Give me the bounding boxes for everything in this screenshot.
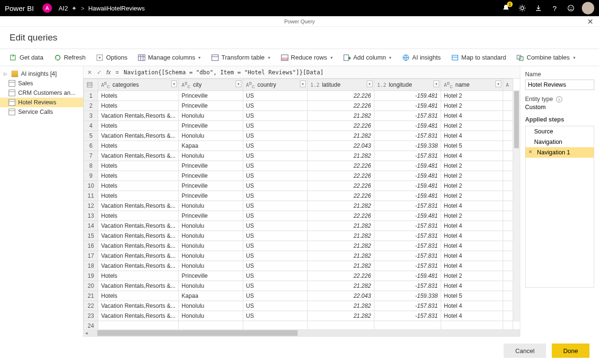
row-number[interactable]: 22 [84,301,98,311]
get-data-button[interactable]: Get data [7,52,46,63]
table-row[interactable]: 23Vacation Rentals,Resorts &...HonoluluU… [84,311,513,321]
cell-longitude[interactable]: -157.831 [374,261,441,271]
table-row[interactable]: 5Vacation Rentals,Resorts &...HonoluluUS… [84,131,513,141]
table-corner[interactable] [84,79,98,91]
cell-name[interactable]: Hotel 4 [441,201,503,211]
cell-latitude[interactable]: 22.226 [307,271,374,281]
cell-latitude[interactable]: 22.226 [307,91,374,101]
cell-country[interactable]: US [243,251,307,261]
table-row[interactable]: 24 [84,321,513,329]
cell-longitude[interactable]: -159.338 [374,141,441,151]
cell-longitude[interactable]: -159.338 [374,291,441,301]
cell-latitude[interactable]: 21.282 [307,261,374,271]
cell-longitude[interactable]: -159.481 [374,101,441,111]
cell-longitude[interactable]: -159.481 [374,271,441,281]
row-number[interactable]: 17 [84,251,98,261]
cell-latitude[interactable]: 22.226 [307,191,374,201]
vertical-scrollbar[interactable] [513,90,520,322]
table-row[interactable]: 12Vacation Rentals,Resorts &...HonoluluU… [84,201,513,211]
cell-name[interactable]: Hotel 4 [441,111,503,121]
cell-longitude[interactable]: -159.481 [374,161,441,171]
row-number[interactable]: 11 [84,191,98,201]
cell-name[interactable]: Hotel 5 [441,291,503,301]
help-icon[interactable]: ? [547,0,563,16]
cell-name[interactable]: Hotel 4 [441,301,503,311]
table-row[interactable]: 15Vacation Rentals,Resorts &...HonoluluU… [84,231,513,241]
horizontal-scrollbar[interactable]: ◂ [83,329,520,337]
row-number[interactable]: 23 [84,311,98,321]
column-filter-icon[interactable]: ▾ [236,81,241,87]
info-icon[interactable]: i [556,96,562,102]
cell-city[interactable]: Princeville [178,211,243,221]
cell-country[interactable]: US [243,101,307,111]
cell-longitude[interactable]: -157.831 [374,151,441,161]
cell-categories[interactable]: Vacation Rentals,Resorts &... [98,201,179,211]
cell-name[interactable]: Hotel 4 [441,221,503,231]
cell-categories[interactable]: Vacation Rentals,Resorts &... [98,251,179,261]
table-row[interactable]: 14Vacation Rentals,Resorts &...HonoluluU… [84,221,513,231]
table-row[interactable]: 16Vacation Rentals,Resorts &...HonoluluU… [84,241,513,251]
cell-city[interactable]: Honolulu [178,311,243,321]
row-number[interactable]: 15 [84,231,98,241]
cell-country[interactable]: US [243,171,307,181]
row-number[interactable]: 3 [84,111,98,121]
table-row[interactable]: 21HotelsKapaaUS22.043-159.338Hotel 5 [84,291,513,301]
cell-extra[interactable] [503,261,513,271]
cell-city[interactable]: Honolulu [178,281,243,291]
reduce-rows-button[interactable]: Reduce rows ▾ [278,52,336,63]
table-row[interactable]: 4HotelsPrincevilleUS22.226-159.481Hotel … [84,121,513,131]
cell-latitude[interactable]: 21.282 [307,231,374,241]
cell-name[interactable]: Hotel 2 [441,271,503,281]
column-filter-icon[interactable]: ▾ [496,81,501,87]
cell-country[interactable]: US [243,141,307,151]
cell-city[interactable]: Honolulu [178,201,243,211]
cell-country[interactable]: US [243,181,307,191]
cell-longitude[interactable]: -157.831 [374,221,441,231]
column-header-categories[interactable]: ABC categories▾ [98,79,179,91]
table-row[interactable]: 3Vacation Rentals,Resorts &...HonoluluUS… [84,111,513,121]
cell-extra[interactable] [503,211,513,221]
close-icon[interactable]: ✕ [587,17,593,26]
cell-country[interactable]: US [243,221,307,231]
row-number[interactable]: 9 [84,171,98,181]
cell-categories[interactable]: Vacation Rentals,Resorts &... [98,231,179,241]
cell-longitude[interactable]: -157.831 [374,241,441,251]
cell-name[interactable]: Hotel 2 [441,191,503,201]
cell-longitude[interactable] [374,321,441,329]
cell-latitude[interactable]: 21.282 [307,201,374,211]
cell-categories[interactable]: Hotels [98,101,179,111]
cell-latitude[interactable]: 22.043 [307,291,374,301]
column-header-latitude[interactable]: 1.2 latitude▾ [307,79,374,91]
row-number[interactable]: 13 [84,211,98,221]
cell-extra[interactable] [503,141,513,151]
cell-extra[interactable] [503,321,513,329]
cell-extra[interactable] [503,231,513,241]
cell-city[interactable]: Honolulu [178,231,243,241]
column-filter-icon[interactable]: ▾ [171,81,177,87]
row-number[interactable]: 5 [84,131,98,141]
table-row[interactable]: 22Vacation Rentals,Resorts &...HonoluluU… [84,301,513,311]
cell-longitude[interactable]: -159.481 [374,171,441,181]
done-button[interactable]: Done [552,344,589,358]
cell-longitude[interactable]: -157.831 [374,111,441,121]
cell-extra[interactable] [503,221,513,231]
cell-latitude[interactable]: 22.226 [307,101,374,111]
table-row[interactable]: 11HotelsPrincevilleUS22.226-159.481Hotel… [84,191,513,201]
row-number[interactable]: 19 [84,271,98,281]
cell-extra[interactable] [503,301,513,311]
cell-extra[interactable] [503,311,513,321]
column-filter-icon[interactable]: ▾ [434,81,439,87]
cell-latitude[interactable]: 21.282 [307,151,374,161]
row-number[interactable]: 4 [84,121,98,131]
table-row[interactable]: 6HotelsKapaaUS22.043-159.338Hotel 5 [84,141,513,151]
cell-categories[interactable]: Hotels [98,271,179,281]
column-header-country[interactable]: ABC country▾ [243,79,307,91]
add-column-button[interactable]: Add column ▾ [341,52,395,63]
query-item[interactable]: Sales [0,79,83,88]
cell-country[interactable]: US [243,191,307,201]
row-number[interactable]: 16 [84,241,98,251]
cell-latitude[interactable]: 22.226 [307,181,374,191]
cell-name[interactable]: Hotel 4 [441,231,503,241]
cell-city[interactable]: Princeville [178,161,243,171]
cell-name[interactable]: Hotel 5 [441,141,503,151]
